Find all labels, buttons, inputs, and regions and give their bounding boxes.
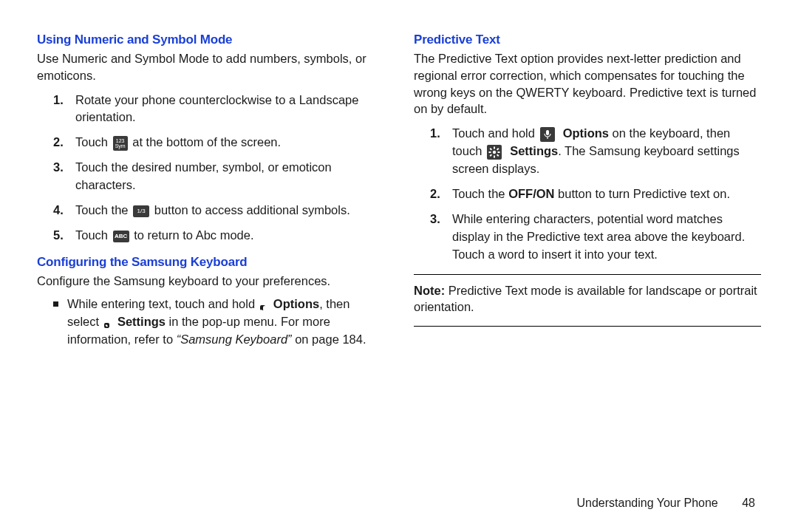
svg-rect-15 <box>494 155 495 157</box>
page-number: 48 <box>742 497 755 509</box>
heading-configuring-keyboard: Configuring the Samsung Keyboard <box>37 255 384 270</box>
bullet-item: While entering text, touch and hold Opti… <box>37 296 384 349</box>
svg-rect-6 <box>113 328 115 330</box>
footer-section: Understanding Your Phone <box>576 497 717 509</box>
step-2: 2. Touch 123 Sym at the bottom of the sc… <box>37 134 384 151</box>
step-number: 4. <box>53 202 68 219</box>
svg-rect-11 <box>546 130 549 135</box>
intro-configuring: Configure the Samsung keyboard to your p… <box>37 273 384 290</box>
cross-reference: “Samsung Keyboard” <box>177 332 292 346</box>
options-label: Options <box>559 126 609 140</box>
step-number: 1. <box>430 125 445 143</box>
step-number: 3. <box>53 159 68 177</box>
step-text: While entering characters, potential wor… <box>452 211 761 264</box>
heading-numeric-symbol-mode: Using Numeric and Symbol Mode <box>37 33 384 47</box>
svg-rect-3 <box>109 323 111 325</box>
settings-label: Settings <box>507 144 559 157</box>
svg-point-13 <box>493 150 496 153</box>
bullet-text: While entering text, touch and hold Opti… <box>67 296 384 349</box>
step-1: 1. Touch and hold Options on the keyboar… <box>414 125 761 178</box>
step-text: Rotate your phone counterclockwise to a … <box>75 92 384 127</box>
step-3: 3. While entering characters, potential … <box>414 211 761 264</box>
key-abc-icon: ABC <box>113 231 129 242</box>
page-footer: Understanding Your Phone 48 <box>576 497 755 510</box>
key-1-of-3-icon: 1/3 <box>133 205 149 217</box>
step-number: 1. <box>53 92 68 109</box>
step-2: 2. Touch the OFF/ON button to turn Predi… <box>414 185 761 203</box>
svg-rect-17 <box>497 151 499 153</box>
gear-settings-icon <box>487 145 502 160</box>
step-text: Touch the 1/3 button to access additiona… <box>75 202 350 219</box>
intro-numeric-symbol: Use Numeric and Symbol Mode to add numbe… <box>37 50 384 84</box>
step-1: 1. Rotate your phone counterclockwise to… <box>37 92 384 127</box>
options-label: Options <box>270 297 319 310</box>
heading-predictive-text: Predictive Text <box>414 33 761 47</box>
step-number: 2. <box>53 134 68 151</box>
intro-predictive: The Predictive Text option provides next… <box>414 50 761 117</box>
svg-rect-5 <box>104 328 106 330</box>
note-body: Predictive Text mode is available for la… <box>414 284 757 314</box>
step-number: 3. <box>430 211 445 228</box>
step-number: 2. <box>430 185 445 203</box>
svg-rect-12 <box>547 137 548 139</box>
step-3: 3. Touch the desired number, symbol, or … <box>37 159 384 194</box>
svg-rect-0 <box>263 306 266 311</box>
step-text: Touch ABC to return to Abc mode. <box>75 227 254 245</box>
step-text: Touch the desired number, symbol, or emo… <box>75 159 384 194</box>
step-5: 5. Touch ABC to return to Abc mode. <box>37 227 384 245</box>
off-on-label: OFF/ON <box>508 187 554 200</box>
svg-rect-14 <box>494 146 495 149</box>
svg-rect-7 <box>105 324 108 327</box>
step-text: Touch the OFF/ON button to turn Predicti… <box>452 185 730 203</box>
right-column: Predictive Text The Predictive Text opti… <box>414 33 761 349</box>
svg-rect-16 <box>488 151 491 153</box>
svg-point-2 <box>108 327 111 330</box>
svg-rect-21 <box>489 154 492 157</box>
divider-bottom <box>414 326 761 327</box>
two-column-layout: Using Numeric and Symbol Mode Use Numeri… <box>37 33 761 349</box>
step-text: Touch 123 Sym at the bottom of the scree… <box>75 134 281 151</box>
svg-rect-19 <box>497 154 499 157</box>
manual-page: Using Numeric and Symbol Mode Use Numeri… <box>0 0 798 532</box>
step-text: Touch and hold Options on the keyboard, … <box>452 125 761 178</box>
left-column: Using Numeric and Symbol Mode Use Numeri… <box>37 33 384 349</box>
divider-top <box>414 274 761 275</box>
settings-label: Settings <box>114 315 166 328</box>
note-label: Note: <box>414 284 445 297</box>
bullet-square-icon <box>53 301 58 307</box>
step-number: 5. <box>53 227 68 245</box>
bullet-list-configuring: While entering text, touch and hold Opti… <box>37 296 384 349</box>
mic-options-icon <box>540 127 555 142</box>
steps-numeric-symbol: 1. Rotate your phone counterclockwise to… <box>37 92 384 245</box>
mic-options-icon <box>260 305 265 310</box>
svg-rect-20 <box>497 148 499 151</box>
svg-rect-18 <box>489 148 492 151</box>
gear-settings-icon <box>104 323 109 328</box>
steps-predictive: 1. Touch and hold Options on the keyboar… <box>414 125 761 263</box>
step-4: 4. Touch the 1/3 button to access additi… <box>37 202 384 219</box>
note-block: Note: Predictive Text mode is available … <box>414 282 761 316</box>
key-123-sym-icon: 123 Sym <box>113 136 128 151</box>
